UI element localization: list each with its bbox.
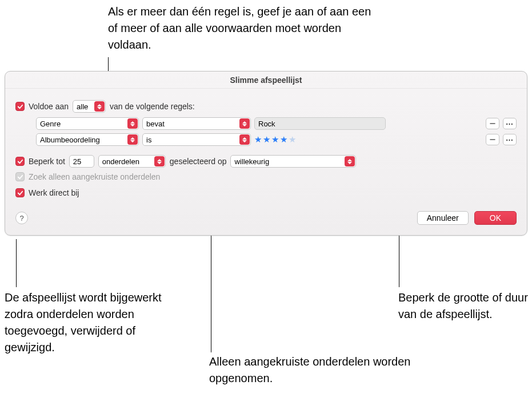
rules-container: Genre bevat Rock ⋯ Albumbeoordelin (36, 117, 517, 146)
live-update-row: Werk direct bij (15, 188, 517, 197)
rule-field-select[interactable]: Genre (36, 117, 139, 130)
rule-row: Albumbeoordeling is ★★★★★ ⋯ (36, 133, 517, 146)
limit-selectedby-label: geselecteerd op (170, 157, 227, 166)
dialog-title: Slimme afspeellijst (5, 72, 527, 89)
rule-op-select[interactable]: is (142, 133, 251, 146)
rule-options-button[interactable]: ⋯ (503, 134, 517, 145)
match-suffix-label: van de volgende regels: (110, 102, 195, 111)
select-stepper-icon (94, 101, 105, 112)
limit-method-select[interactable]: willekeurig (230, 155, 356, 168)
remove-rule-button[interactable] (486, 118, 499, 129)
ok-button[interactable]: OK (474, 211, 517, 225)
callout-bottom-left: De afspeellijst wordt bijgewerkt zodra o… (5, 289, 187, 356)
rule-op-select[interactable]: bevat (142, 117, 251, 130)
dialog-footer: ? Annuleer OK (15, 211, 517, 225)
rule-value-input[interactable]: Rock (254, 117, 386, 130)
callout-bottom-mid: Alleen aangekruiste onderdelen worden op… (209, 354, 421, 387)
rule-field-value: Albumbeoordeling (40, 136, 100, 144)
limit-value-input[interactable]: 25 (69, 155, 94, 168)
rule-options-button[interactable]: ⋯ (503, 118, 517, 129)
select-stepper-icon (239, 134, 250, 145)
rule-op-value: bevat (146, 120, 165, 128)
limit-row: Beperk tot 25 onderdelen geselecteerd op… (15, 155, 517, 168)
match-mode-value: alle (77, 102, 88, 111)
only-checked-checkbox[interactable] (15, 172, 25, 181)
rule-value-text: Rock (258, 120, 275, 128)
rule-op-value: is (146, 136, 151, 144)
help-button[interactable]: ? (15, 212, 28, 224)
limit-unit-value: onderdelen (102, 157, 139, 166)
callout-top: Als er meer dan één regel is, geef je aa… (108, 3, 382, 53)
limit-method-value: willekeurig (234, 157, 269, 166)
cancel-button[interactable]: Annuleer (417, 211, 469, 225)
limit-prefix-label: Beperk tot (29, 157, 65, 166)
select-stepper-icon (239, 118, 250, 129)
limit-unit-select[interactable]: onderdelen (98, 155, 166, 168)
rule-star-rating[interactable]: ★★★★★ (254, 134, 297, 145)
select-stepper-icon (127, 134, 138, 145)
rule-row: Genre bevat Rock ⋯ (36, 117, 517, 130)
match-row: Voldoe aan alle van de volgende regels: (15, 100, 517, 113)
select-stepper-icon (154, 156, 165, 166)
rule-field-value: Genre (40, 120, 61, 128)
live-update-label: Werk direct bij (29, 188, 79, 197)
only-checked-row: Zoek alleen aangekruiste onderdelen (15, 172, 517, 181)
smart-playlist-dialog: Slimme afspeellijst Voldoe aan alle van … (5, 71, 527, 236)
only-checked-label: Zoek alleen aangekruiste onderdelen (29, 172, 160, 181)
live-update-checkbox[interactable] (15, 188, 25, 197)
select-stepper-icon (127, 118, 138, 129)
limit-checkbox[interactable] (15, 157, 25, 166)
limit-value-text: 25 (73, 157, 81, 166)
remove-rule-button[interactable] (486, 134, 499, 145)
match-mode-select[interactable]: alle (73, 100, 106, 113)
rule-field-select[interactable]: Albumbeoordeling (36, 133, 139, 146)
callout-bottom-right: Beperk de grootte of duur van de afspeel… (398, 289, 530, 323)
match-checkbox[interactable] (15, 102, 25, 111)
callout-line (16, 239, 17, 287)
select-stepper-icon (345, 156, 355, 166)
match-prefix-label: Voldoe aan (29, 102, 69, 111)
